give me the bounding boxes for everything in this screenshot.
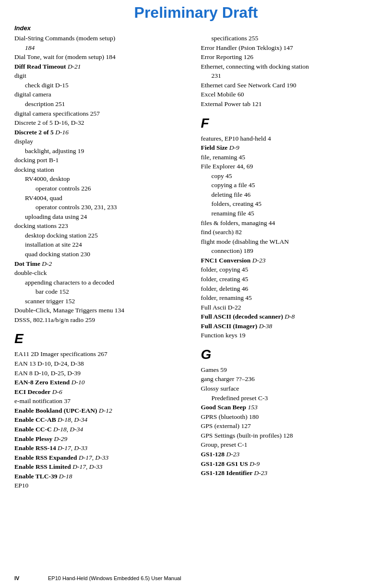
list-item: operator controls 230, 231, 233 [14,202,191,212]
list-item: find (search) 82 [201,227,378,237]
list-item: files & folders, managing 44 [201,218,378,228]
list-item: folder, copying 45 [201,265,378,274]
list-item: bar code 152 [14,287,191,297]
list-item: deleting file 46 [201,190,378,200]
list-item: desktop docking station 225 [14,231,191,240]
list-item: Ethernet, connecting with docking statio… [201,62,378,71]
section-letter-f: F [201,116,378,131]
list-item: flight mode (disabling the WLAN [201,237,378,247]
list-item: EAN 13 D-10, D-24, D-38 [14,359,191,369]
list-item: operator controls 226 [14,184,191,193]
section-e: EEA11 2D Imager specifications 267EAN 13… [14,331,191,490]
list-item: Enable RSS Limited D-17, D-33 [14,462,191,472]
list-item: GS1-128 D-23 [201,450,378,459]
list-item: digital camera [14,90,191,99]
list-item: External Power tab 121 [201,99,378,109]
list-item: EA11 2D Imager specifications 267 [14,349,191,359]
page-header: Preliminary Draft Index [0,0,392,32]
list-item: Discrete 2 of 5 D-16 [14,128,191,137]
list-item: Enable Bookland (UPC-EAN) D-12 [14,406,191,416]
list-item: GPRS (bluetooth) 180 [201,412,378,422]
list-item: Full ASCII (Imager) D-38 [201,321,378,331]
list-item: Games 59 [201,365,378,375]
list-item: Dial-String Commands (modem setup) [14,34,191,43]
page-footer: IV EP10 Hand-Held (Windows Embedded 6.5)… [0,573,392,583]
list-item: Good Scan Beep 153 [201,403,378,412]
list-item: gang charger ??–236 [201,374,378,384]
list-item: installation at site 224 [14,240,191,250]
list-item: uploading data using 24 [14,212,191,222]
section-f: Ffeatures, EP10 hand-held 4Field Size D-… [201,116,378,340]
list-item: EAN-8 Zero Extend D-10 [14,378,191,387]
list-item: Enable RSS-14 D-17, D-33 [14,443,191,453]
list-item: Full Ascii D-22 [201,303,378,312]
list-item: Enable RSS Expanded D-17, D-33 [14,453,191,463]
list-item: Error Reporting 126 [201,52,378,62]
list-item: folders, creating 45 [201,199,378,209]
list-item: Enable TLC-39 D-18 [14,472,191,481]
list-item: Discrete 2 of 5 D-16, D-32 [14,118,191,128]
list-item: EAN 8 D-10, D-25, D-39 [14,369,191,378]
list-item: RV4004, quad [14,193,191,203]
list-item: Excel Mobile 60 [201,90,378,99]
list-item: Enable Plessy D-29 [14,434,191,444]
list-item: display [14,137,191,146]
right-entries-top: specifications 255Error Handler (Psion T… [201,34,378,109]
list-item: 184 [14,43,191,53]
list-item: digital camera specifications 257 [14,109,191,119]
section-g: GGames 59gang charger ??–236Glossy surfa… [201,347,378,478]
list-item: EP10 [14,481,191,490]
list-item: description 251 [14,99,191,109]
list-item: Function keys 19 [201,331,378,340]
list-item: Error Handler (Psion Teklogix) 147 [201,43,378,53]
list-item: GS1-128 GS1 US D-9 [201,459,378,469]
list-item: Group, preset C-1 [201,440,378,450]
list-item: Dial Tone, wait for (modem setup) 184 [14,52,191,62]
section-letter-e: E [14,331,191,346]
list-item: connection) 189 [201,246,378,256]
list-item: Enable CC-C D-18, D-34 [14,425,191,434]
list-item: File Explorer 44, 69 [201,162,378,171]
list-item: docking stations 223 [14,221,191,231]
list-item: e-mail notification 37 [14,396,191,406]
list-item: quad docking station 230 [14,250,191,259]
list-item: Predefined preset C-3 [201,393,378,403]
left-column: Dial-String Commands (modem setup)184Dia… [14,34,191,490]
list-item: scanner trigger 152 [14,297,191,306]
list-item: features, EP10 hand-held 4 [201,134,378,143]
list-item: GPS Settings (built-in profiles) 128 [201,431,378,440]
list-item: ECI Decoder D-6 [14,387,191,397]
page-title: Preliminary Draft [134,4,258,21]
list-item: specifications 255 [201,34,378,43]
list-item: 231 [201,71,378,81]
list-item: Dot Time D-2 [14,259,191,269]
list-item: copy 45 [201,171,378,181]
list-item: Ethernet card See Network Card 190 [201,81,378,90]
index-label: Index [14,24,392,32]
list-item: FNC1 Conversion D-23 [201,256,378,265]
list-item: appending characters to a decoded [14,278,191,287]
list-item: Enable CC-AB D-18, D-34 [14,415,191,425]
list-item: GS1-128 Identifier D-23 [201,468,378,478]
list-item: Double-Click, Manage Triggers menu 134 [14,306,191,315]
list-item: folder, renaming 45 [201,293,378,303]
list-item: RV4000, desktop [14,174,191,184]
list-item: docking station [14,165,191,175]
list-item: Diff Read Timeout D-21 [14,62,191,71]
list-item: DSSS, 802.11a/b/g/n radio 259 [14,315,191,325]
list-item: renaming file 45 [201,209,378,218]
list-item: Field Size D-9 [201,143,378,153]
list-item: folder, deleting 46 [201,284,378,294]
list-item: copying a file 45 [201,180,378,190]
left-entries: Dial-String Commands (modem setup)184Dia… [14,34,191,324]
list-item: backlight, adjusting 19 [14,146,191,156]
list-item: GPS (external) 127 [201,421,378,431]
list-item: Full ASCII (decoded scanner) D-8 [201,312,378,321]
section-letter-g: G [201,347,378,362]
list-item: double-click [14,268,191,278]
list-item: digit [14,71,191,81]
list-item: file, renaming 45 [201,153,378,162]
right-column: specifications 255Error Handler (Psion T… [201,34,378,490]
footer-page-num: IV [14,575,43,581]
list-item: check digit D-15 [14,81,191,90]
